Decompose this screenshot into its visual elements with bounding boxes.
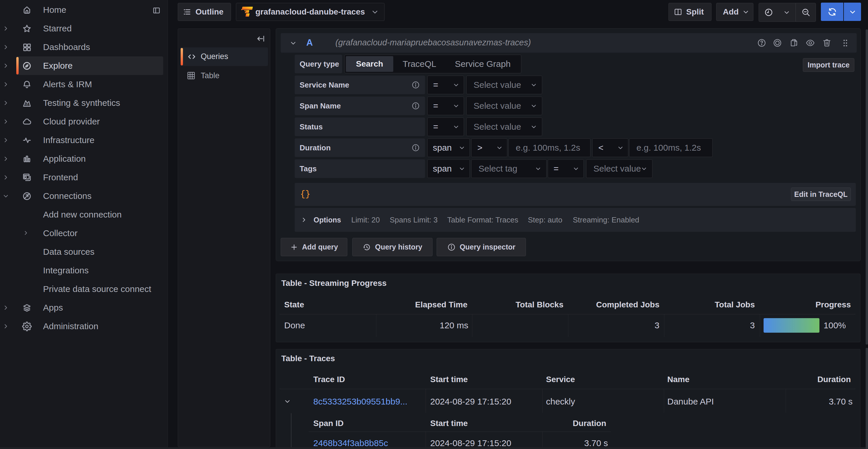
svg-text:k6: k6 — [25, 103, 29, 106]
